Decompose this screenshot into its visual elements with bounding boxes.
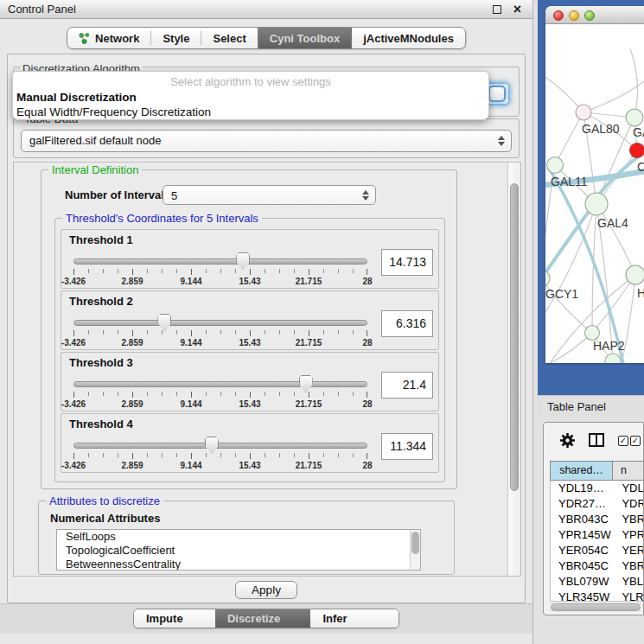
- threshold-2-slider[interactable]: -3.4262.8599.14415.4321.71528: [73, 312, 367, 348]
- tab-cyni-toolbox[interactable]: Cyni Toolbox: [258, 28, 352, 48]
- table-row[interactable]: YBR043CYBR0: [551, 512, 644, 527]
- table-row[interactable]: YPR145WYPR1: [551, 527, 644, 543]
- numerical-attributes-list[interactable]: SelfLoopsTopologicalCoefficientBetweenne…: [56, 529, 421, 571]
- slider-track[interactable]: [73, 443, 367, 449]
- scale-tick-label: 9.144: [180, 277, 201, 286]
- cell-shared-name: YDL19…: [551, 481, 613, 496]
- scale-tick-label: 2.859: [121, 277, 143, 286]
- tab-label: Style: [163, 32, 189, 45]
- bottom-tab-strip: Impute Data Discretize Data Infer Networ…: [0, 603, 532, 634]
- select-all-checkbox-icon[interactable]: ✓: [618, 436, 628, 446]
- node-gal80[interactable]: [576, 105, 591, 120]
- table-row[interactable]: YDL19…YDL1: [551, 481, 644, 496]
- dropdown-option-equal-width-frequency[interactable]: Equal Width/Frequency Discretization: [16, 105, 486, 119]
- threshold-1-value-field[interactable]: 14.713: [381, 249, 433, 276]
- table-body[interactable]: YDL19…YDL1YDR27…YDR2YBR043CYBR0YPR145WYP…: [550, 481, 644, 602]
- table-row[interactable]: YDR27…YDR2: [551, 496, 644, 512]
- threshold-4-slider[interactable]: -3.4262.8599.14415.4321.71528: [73, 435, 367, 471]
- slider-track[interactable]: [73, 320, 367, 326]
- scale-tick-label: 15.43: [239, 277, 260, 286]
- node-ga[interactable]: [626, 109, 643, 126]
- scale-tick-label: 9.144: [180, 338, 201, 348]
- slider-thumb[interactable]: [205, 437, 219, 454]
- minor-ticks: [73, 453, 367, 457]
- screen: Control Panel × Network Style Select Cyn…: [0, 0, 644, 644]
- combobox-stepper-icon[interactable]: [488, 86, 506, 102]
- scrollbar-thumb[interactable]: [411, 532, 419, 554]
- select-checkbox-icon[interactable]: ✓: [630, 436, 641, 446]
- tab-infer-network[interactable]: Infer Network: [310, 609, 399, 628]
- table-row[interactable]: YER054CYER0: [551, 543, 644, 558]
- node-gal11[interactable]: [547, 157, 564, 174]
- column-header-name[interactable]: n: [613, 461, 644, 481]
- threshold-4-value-field[interactable]: 11.344: [381, 433, 433, 460]
- table-row[interactable]: YBR045CYBR0: [551, 558, 644, 574]
- column-header-shared-name[interactable]: shared…: [550, 461, 613, 481]
- numerical-attributes-label: Numerical Attributes: [50, 512, 160, 525]
- slider-thumb[interactable]: [236, 252, 250, 270]
- scale-major-tick: [132, 269, 133, 275]
- threshold-3-value-field[interactable]: 21.4: [381, 372, 433, 399]
- node-gal4[interactable]: [585, 193, 608, 215]
- stepper-icon: [361, 190, 369, 201]
- scale-tick-label: 15.43: [239, 399, 260, 409]
- scale-major-tick: [73, 392, 74, 398]
- threshold-1-slider[interactable]: -3.4262.8599.14415.4321.71528: [73, 251, 367, 287]
- cell-name: YBR0: [613, 512, 644, 527]
- minimize-traffic-light-icon[interactable]: [569, 10, 579, 21]
- tab-discretize-data[interactable]: Discretize Data: [215, 609, 311, 628]
- slider-track[interactable]: [73, 381, 367, 387]
- slider-scale: -3.4262.8599.14415.4321.71528: [73, 392, 367, 409]
- close-icon[interactable]: ×: [513, 0, 521, 19]
- table-panel-window: ✓ ✓ shared… n YDL19…YDL1YDR27…YDR2YBR043…: [543, 422, 644, 615]
- attribute-item[interactable]: TopologicalCoefficient: [57, 544, 420, 558]
- slider-thumb[interactable]: [157, 314, 171, 331]
- list-scrollbar[interactable]: [410, 530, 420, 570]
- threshold-2-value-field[interactable]: 6.316: [381, 310, 433, 337]
- horizontal-scrollbar[interactable]: [550, 601, 643, 612]
- slider-track[interactable]: [73, 258, 367, 265]
- window-title: Control Panel: [8, 3, 76, 16]
- slider-thumb[interactable]: [299, 375, 313, 392]
- number-of-intervals-combobox[interactable]: 5: [163, 185, 376, 205]
- scale-tick-label: 9.144: [180, 399, 201, 409]
- attribute-item[interactable]: SelfLoops: [57, 530, 420, 544]
- network-canvas[interactable]: GAL80 GA GAL11 C GAL4 GCY1 H HAP2: [545, 24, 644, 363]
- table-toolbar: ✓ ✓: [544, 423, 643, 457]
- table-row[interactable]: YBL079WYBL0: [551, 574, 644, 590]
- interval-definition-group: Interval Definition Number of Intervals …: [41, 169, 457, 489]
- table-row[interactable]: YLR345WYLR3: [551, 590, 644, 602]
- gear-icon[interactable]: [559, 432, 576, 449]
- cell-name: YBL0: [613, 574, 644, 590]
- vertical-scrollbar[interactable]: [507, 163, 520, 576]
- attribute-item[interactable]: BetweennessCentrality: [57, 558, 420, 571]
- node-hap2[interactable]: [585, 326, 600, 341]
- scale-tick-label: 21.715: [296, 277, 322, 286]
- dropdown-option-manual-discretization[interactable]: Manual Discretization: [16, 90, 486, 105]
- threshold-3-box: Threshold 3 -3.4262.8599.14415.4321.7152…: [61, 352, 439, 411]
- tab-network[interactable]: Network: [67, 28, 150, 48]
- scale-tick-label: -3.426: [61, 338, 86, 348]
- node-selected-red[interactable]: [630, 143, 644, 158]
- apply-button[interactable]: Apply: [235, 581, 297, 599]
- tab-label: Network: [95, 32, 139, 45]
- tab-select[interactable]: Select: [201, 28, 257, 48]
- network-window-titlebar: [545, 6, 644, 24]
- scrollbar-thumb[interactable]: [551, 603, 641, 611]
- threshold-3-slider[interactable]: -3.4262.8599.14415.4321.71528: [73, 373, 367, 410]
- scale-major-tick: [73, 269, 74, 275]
- scrollbar-thumb[interactable]: [510, 183, 519, 491]
- node-h[interactable]: [626, 265, 644, 284]
- node-gcy1[interactable]: [545, 270, 550, 287]
- close-traffic-light-icon[interactable]: [553, 10, 564, 21]
- scale-tick-label: 2.859: [121, 399, 143, 409]
- cell-name: YER0: [613, 543, 644, 558]
- zoom-traffic-light-icon[interactable]: [584, 10, 595, 21]
- tab-style[interactable]: Style: [151, 28, 201, 48]
- tab-impute-data[interactable]: Impute Data: [134, 609, 215, 628]
- threshold-1-label: Threshold 1: [69, 233, 133, 246]
- table-data-combobox[interactable]: galFiltered.sif default node: [21, 130, 512, 152]
- float-window-icon[interactable]: [493, 5, 501, 14]
- column-settings-icon[interactable]: [589, 433, 604, 447]
- tab-jactivemnodules[interactable]: jActiveMNodules: [352, 28, 465, 48]
